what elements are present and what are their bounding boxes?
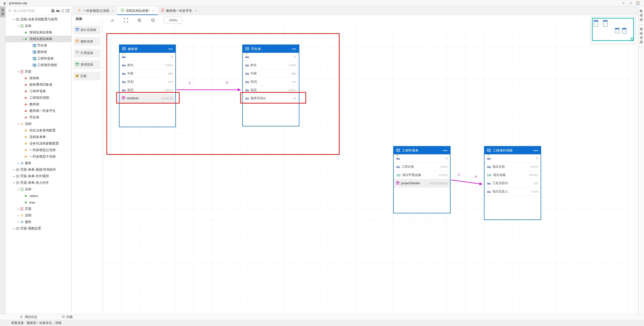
entity-menu-icon[interactable]: •••: [534, 150, 538, 152]
tree-item-业务化流程参数配置[interactable]: 业务化流程参数配置: [6, 140, 71, 147]
dock-tab-datasource[interactable]: 数据源: [638, 7, 644, 25]
tab-close-icon[interactable]: ×: [112, 9, 114, 13]
canvas-scrollbar-track[interactable]: [635, 15, 638, 314]
fit-screen-icon[interactable]: [123, 18, 128, 23]
tree-collapsed-arrow-icon[interactable]: ▸: [12, 227, 16, 230]
tree-item-select[interactable]: select: [6, 193, 71, 199]
entity-field-工程关联ID[interactable]: Aa工程关联IDpid: [485, 179, 541, 188]
zoom-out-icon[interactable]: [150, 18, 155, 23]
entity-field-状态[interactable]: Aa状态status: [119, 86, 175, 94]
tree-item-一对多模型父流程[interactable]: 一对多模型父流程: [6, 147, 71, 153]
folder-plus-icon[interactable]: [56, 9, 60, 13]
tree-item-页面-表单-高级/布局组件[interactable]: ▸页面-表单-高级/布局组件: [6, 166, 71, 173]
tab-close-icon[interactable]: ×: [152, 9, 154, 13]
tree-expanded-arrow-icon[interactable]: ▾: [17, 70, 20, 73]
tree-item-页面[interactable]: ▸页面: [6, 206, 71, 212]
debug-info-tab[interactable]: 调试信息: [20, 315, 37, 319]
entity-field-项目名称[interactable]: Aa项目名称name: [485, 163, 541, 171]
nav-back-icon[interactable]: [621, 1, 626, 6]
entity-menu-icon[interactable]: •••: [168, 48, 173, 50]
tree-item-财务费用归集表[interactable]: 财务费用归集表: [6, 81, 71, 88]
editor-tab-流程实例实体集[interactable]: 流程实例实体集*×: [117, 7, 158, 15]
tree-item-页面-表单-录入控件[interactable]: ▾页面-表单-录入控件: [6, 179, 71, 186]
minimap-resize-handle[interactable]: [630, 37, 634, 41]
tree-item-实体[interactable]: ▾实体: [6, 186, 71, 193]
tree-item-教师表[interactable]: 教师表: [6, 49, 71, 55]
tree-item-服务[interactable]: ▸⚙服务: [6, 160, 71, 166]
collapse-all-icon[interactable]: [65, 9, 70, 13]
tree-expanded-arrow-icon[interactable]: ▾: [17, 123, 20, 125]
entity-menu-icon[interactable]: •••: [292, 48, 296, 50]
minimap-viewport[interactable]: [592, 18, 634, 41]
palette-item-注释[interactable]: 注释: [74, 72, 101, 80]
tree-collapsed-arrow-icon[interactable]: ▸: [17, 208, 20, 210]
tree-item-工程申请表[interactable]: 工程申请表: [6, 88, 71, 95]
dock-tab-resources[interactable]: 资源: [0, 7, 6, 17]
tree-item-报销表[interactable]: 报销表: [6, 75, 71, 81]
tree-item-学生表[interactable]: 学生表: [6, 42, 71, 49]
minimap[interactable]: [590, 16, 635, 44]
tree-item-页面-视图设置[interactable]: ▸页面-视图设置: [6, 225, 71, 232]
entity-field-姓名[interactable]: Aa姓名name: [243, 61, 299, 69]
tree-item-页面-表单-控件通用[interactable]: ▸页面-表单-控件通用: [6, 173, 71, 179]
tree-item-tree[interactable]: tree: [6, 199, 71, 206]
entity-学生表[interactable]: 学生表•••AaidAa姓名nameAa年龄ageAa性别sexAa状态stat…: [242, 44, 299, 126]
tree-item-工程项目明细[interactable]: 工程项目明细: [6, 62, 71, 68]
palette-item-服务实体[interactable]: 服务实体: [74, 37, 101, 46]
entity-field-projectDetails[interactable]: projectDetailsprojectDetail[]: [394, 179, 450, 188]
editor-tab-一对多模型父流程[interactable]: 一对多模型父流程×: [74, 7, 117, 15]
tree-item-教师表[interactable]: 教师表: [6, 101, 71, 108]
tree-item-流程[interactable]: ▾流程: [6, 121, 71, 127]
tree-item-流程实例实体集[interactable]: ▾流程实例实体集: [6, 36, 71, 42]
entity-field-id[interactable]: Aaid: [485, 154, 541, 163]
entity-field-id[interactable]: Aaid: [243, 53, 299, 61]
entity-field-性别[interactable]: Aa性别sex: [243, 78, 299, 86]
problems-tab[interactable]: 问题: [61, 315, 73, 319]
tree-item-工程项目明细[interactable]: 工程项目明细: [6, 95, 71, 101]
entity-field-id[interactable]: Aaid: [119, 53, 175, 61]
entity-工程项目明细[interactable]: 工程项目明细•••AaidAa项目名称name123项目金额moneyAa工程关…: [484, 146, 541, 220]
bar-chart-icon[interactable]: [110, 18, 115, 23]
tree-item-工程申请表[interactable]: 工程申请表: [6, 55, 71, 62]
tree-expanded-arrow-icon[interactable]: ▾: [17, 188, 20, 191]
tree-collapsed-arrow-icon[interactable]: ▸: [12, 175, 16, 178]
entity-field-年龄[interactable]: Aa年龄age: [243, 69, 299, 78]
entity-教师表[interactable]: 教师表•••AaidAa姓名nameAa年龄ageAa性别sexAa状态stat…: [119, 44, 176, 127]
entity-field-id[interactable]: Aaid: [394, 154, 450, 163]
zoom-level[interactable]: 100%: [164, 17, 182, 24]
entity-field-教师关联id[interactable]: Aa教师关联idtid: [243, 94, 299, 103]
entity-field-状态[interactable]: Aa状态status: [243, 86, 299, 94]
palette-item-查询实体[interactable]: 查询实体: [74, 60, 101, 69]
tree-collapsed-arrow-icon[interactable]: ▸: [17, 214, 20, 217]
tree-expanded-arrow-icon[interactable]: ▾: [12, 18, 16, 21]
entity-menu-icon[interactable]: •••: [443, 150, 448, 152]
search-input[interactable]: [13, 9, 51, 13]
tree-item-报销实例实体集[interactable]: 报销实例实体集: [6, 29, 71, 36]
tab-close-icon[interactable]: ×: [195, 9, 197, 13]
palette-item-持久化实体[interactable]: 持久化实体: [74, 26, 101, 34]
tree-collapsed-arrow-icon[interactable]: ▸: [12, 168, 16, 171]
refresh-icon[interactable]: [60, 9, 65, 13]
editor-tab-教师表一对多学生[interactable]: 教师表一对多学生×: [158, 7, 200, 15]
tree-item-流程[interactable]: ▸流程: [6, 212, 71, 219]
tree-collapsed-arrow-icon[interactable]: ▸: [17, 162, 20, 165]
save-layout-icon[interactable]: [635, 1, 640, 6]
tree-expanded-arrow-icon[interactable]: ▾: [17, 25, 20, 27]
tree-item-页面[interactable]: ▾页面: [6, 68, 71, 75]
diagram-canvas[interactable]: [103, 25, 635, 314]
export-icon[interactable]: [51, 9, 56, 13]
tree-expanded-arrow-icon[interactable]: ▾: [12, 181, 16, 184]
dock-tab-offline-resources[interactable]: 离线资源: [638, 25, 644, 47]
tree-collapsed-arrow-icon[interactable]: ▸: [17, 221, 20, 223]
entity-field-年龄[interactable]: Aa年龄age: [119, 69, 175, 78]
entity-工程申请表[interactable]: 工程申请表•••AaidAa工程名称name123项目申报金额moneyproj…: [393, 146, 451, 213]
entity-field-项目申报金额[interactable]: 123项目申报金额money: [394, 171, 450, 179]
nav-forward-icon[interactable]: [628, 1, 633, 6]
entity-field-项目负责人[interactable]: Aa项目负责人head: [485, 188, 541, 196]
tree-item-教师表一对多学生[interactable]: 教师表一对多学生: [6, 108, 71, 114]
tree-item-流程-业务流程配置与使用[interactable]: ▾流程-业务流程配置与使用: [6, 16, 71, 23]
entity-field-工程名称[interactable]: Aa工程名称name: [394, 163, 450, 171]
entity-field-性别[interactable]: Aa性别sex: [119, 78, 175, 86]
tree-item-流程多表单[interactable]: 流程多表单: [6, 134, 71, 140]
entity-field-students[interactable]: studentsstudent[]: [119, 94, 175, 103]
